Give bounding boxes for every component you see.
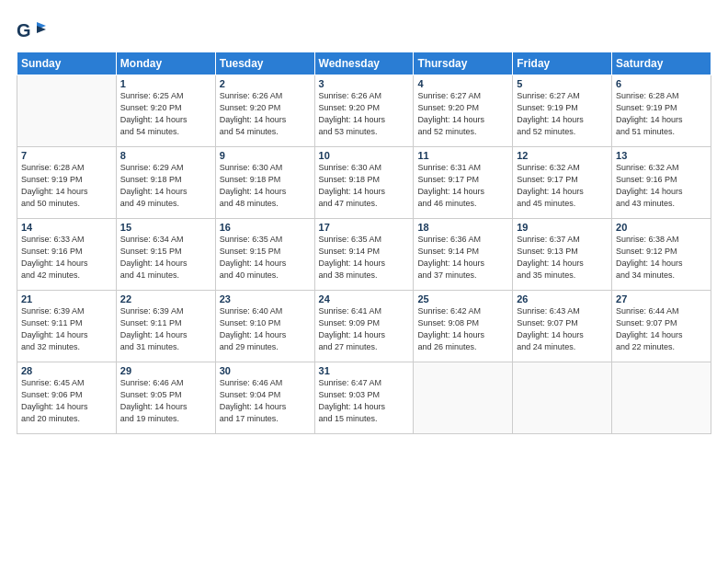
day-number: 6 [616,78,707,89]
col-thursday: Thursday [414,52,513,75]
day-info: Sunrise: 6:41 AMSunset: 9:09 PMDaylight:… [319,305,410,353]
calendar-week-2: 7Sunrise: 6:28 AMSunset: 9:19 PMDaylight… [17,147,711,219]
calendar-week-5: 28Sunrise: 6:45 AMSunset: 9:06 PMDayligh… [17,362,711,434]
col-tuesday: Tuesday [215,52,314,75]
day-number: 1 [120,78,211,89]
calendar-cell [17,75,117,147]
day-info: Sunrise: 6:36 AMSunset: 9:14 PMDaylight:… [417,234,508,282]
day-info: Sunrise: 6:28 AMSunset: 9:19 PMDaylight:… [616,90,707,138]
col-friday: Friday [513,52,612,75]
calendar-cell: 13Sunrise: 6:32 AMSunset: 9:16 PMDayligh… [612,147,711,219]
day-info: Sunrise: 6:47 AMSunset: 9:03 PMDaylight:… [319,377,410,425]
day-number: 27 [616,293,707,304]
day-info: Sunrise: 6:39 AMSunset: 9:11 PMDaylight:… [120,305,211,353]
day-number: 19 [517,222,608,233]
calendar-cell [513,362,612,434]
day-info: Sunrise: 6:25 AMSunset: 9:20 PMDaylight:… [120,90,211,138]
day-info: Sunrise: 6:31 AMSunset: 9:17 PMDaylight:… [417,162,508,210]
logo-icon: G [17,17,46,46]
calendar-cell: 21Sunrise: 6:39 AMSunset: 9:11 PMDayligh… [17,291,117,362]
day-info: Sunrise: 6:43 AMSunset: 9:07 PMDaylight:… [517,305,608,353]
calendar-cell: 31Sunrise: 6:47 AMSunset: 9:03 PMDayligh… [314,362,414,434]
calendar-cell: 12Sunrise: 6:32 AMSunset: 9:17 PMDayligh… [513,147,612,219]
calendar-cell: 2Sunrise: 6:26 AMSunset: 9:20 PMDaylight… [215,75,314,147]
calendar-cell: 3Sunrise: 6:26 AMSunset: 9:20 PMDaylight… [314,75,414,147]
calendar-cell: 8Sunrise: 6:29 AMSunset: 9:18 PMDaylight… [116,147,215,219]
page: G Sunday Monday Tuesday Wednesday [0,0,728,563]
day-number: 9 [220,150,311,161]
calendar-cell: 30Sunrise: 6:46 AMSunset: 9:04 PMDayligh… [215,362,314,434]
day-info: Sunrise: 6:37 AMSunset: 9:13 PMDaylight:… [517,234,608,282]
calendar-week-1: 1Sunrise: 6:25 AMSunset: 9:20 PMDaylight… [17,75,711,147]
calendar-cell: 17Sunrise: 6:35 AMSunset: 9:14 PMDayligh… [314,219,414,291]
col-sunday: Sunday [17,52,117,75]
calendar-cell: 28Sunrise: 6:45 AMSunset: 9:06 PMDayligh… [17,362,117,434]
day-info: Sunrise: 6:30 AMSunset: 9:18 PMDaylight:… [319,162,410,210]
day-number: 3 [319,78,410,89]
day-number: 11 [417,150,508,161]
calendar-cell: 1Sunrise: 6:25 AMSunset: 9:20 PMDaylight… [116,75,215,147]
logo: G [17,17,48,46]
day-number: 7 [21,150,112,161]
header: G [17,17,711,46]
day-number: 18 [417,222,508,233]
col-saturday: Saturday [612,52,711,75]
svg-text:G: G [17,20,31,40]
day-info: Sunrise: 6:27 AMSunset: 9:19 PMDaylight:… [517,90,608,138]
calendar-cell: 29Sunrise: 6:46 AMSunset: 9:05 PMDayligh… [116,362,215,434]
calendar-cell: 10Sunrise: 6:30 AMSunset: 9:18 PMDayligh… [314,147,414,219]
day-info: Sunrise: 6:30 AMSunset: 9:18 PMDaylight:… [220,162,311,210]
calendar-cell: 27Sunrise: 6:44 AMSunset: 9:07 PMDayligh… [612,291,711,362]
day-info: Sunrise: 6:45 AMSunset: 9:06 PMDaylight:… [21,377,112,425]
day-number: 2 [220,78,311,89]
calendar-table: Sunday Monday Tuesday Wednesday Thursday… [17,52,711,434]
calendar-cell: 15Sunrise: 6:34 AMSunset: 9:15 PMDayligh… [116,219,215,291]
day-info: Sunrise: 6:38 AMSunset: 9:12 PMDaylight:… [616,234,707,282]
day-info: Sunrise: 6:34 AMSunset: 9:15 PMDaylight:… [120,234,211,282]
calendar-cell [414,362,513,434]
calendar-cell: 18Sunrise: 6:36 AMSunset: 9:14 PMDayligh… [414,219,513,291]
day-info: Sunrise: 6:46 AMSunset: 9:05 PMDaylight:… [120,377,211,425]
calendar-cell: 11Sunrise: 6:31 AMSunset: 9:17 PMDayligh… [414,147,513,219]
day-number: 31 [319,365,410,376]
calendar-cell: 25Sunrise: 6:42 AMSunset: 9:08 PMDayligh… [414,291,513,362]
day-info: Sunrise: 6:32 AMSunset: 9:17 PMDaylight:… [517,162,608,210]
day-number: 21 [21,293,112,304]
day-info: Sunrise: 6:40 AMSunset: 9:10 PMDaylight:… [220,305,311,353]
calendar-cell: 24Sunrise: 6:41 AMSunset: 9:09 PMDayligh… [314,291,414,362]
calendar-cell: 22Sunrise: 6:39 AMSunset: 9:11 PMDayligh… [116,291,215,362]
day-number: 4 [417,78,508,89]
day-info: Sunrise: 6:28 AMSunset: 9:19 PMDaylight:… [21,162,112,210]
calendar-header-row: Sunday Monday Tuesday Wednesday Thursday… [17,52,711,75]
day-number: 10 [319,150,410,161]
day-info: Sunrise: 6:44 AMSunset: 9:07 PMDaylight:… [616,305,707,353]
calendar-cell: 19Sunrise: 6:37 AMSunset: 9:13 PMDayligh… [513,219,612,291]
col-wednesday: Wednesday [314,52,414,75]
day-info: Sunrise: 6:26 AMSunset: 9:20 PMDaylight:… [220,90,311,138]
day-number: 5 [517,78,608,89]
day-number: 28 [21,365,112,376]
day-info: Sunrise: 6:39 AMSunset: 9:11 PMDaylight:… [21,305,112,353]
day-number: 29 [120,365,211,376]
day-number: 22 [120,293,211,304]
calendar-cell [612,362,711,434]
day-number: 20 [616,222,707,233]
day-number: 15 [120,222,211,233]
calendar-cell: 20Sunrise: 6:38 AMSunset: 9:12 PMDayligh… [612,219,711,291]
day-number: 25 [417,293,508,304]
day-number: 14 [21,222,112,233]
day-number: 23 [220,293,311,304]
day-info: Sunrise: 6:27 AMSunset: 9:20 PMDaylight:… [417,90,508,138]
day-number: 17 [319,222,410,233]
day-info: Sunrise: 6:46 AMSunset: 9:04 PMDaylight:… [220,377,311,425]
calendar-week-3: 14Sunrise: 6:33 AMSunset: 9:16 PMDayligh… [17,219,711,291]
day-info: Sunrise: 6:32 AMSunset: 9:16 PMDaylight:… [616,162,707,210]
calendar-cell: 14Sunrise: 6:33 AMSunset: 9:16 PMDayligh… [17,219,117,291]
day-number: 8 [120,150,211,161]
calendar-week-4: 21Sunrise: 6:39 AMSunset: 9:11 PMDayligh… [17,291,711,362]
day-info: Sunrise: 6:26 AMSunset: 9:20 PMDaylight:… [319,90,410,138]
calendar-cell: 16Sunrise: 6:35 AMSunset: 9:15 PMDayligh… [215,219,314,291]
day-info: Sunrise: 6:35 AMSunset: 9:14 PMDaylight:… [319,234,410,282]
day-number: 24 [319,293,410,304]
calendar-cell: 9Sunrise: 6:30 AMSunset: 9:18 PMDaylight… [215,147,314,219]
